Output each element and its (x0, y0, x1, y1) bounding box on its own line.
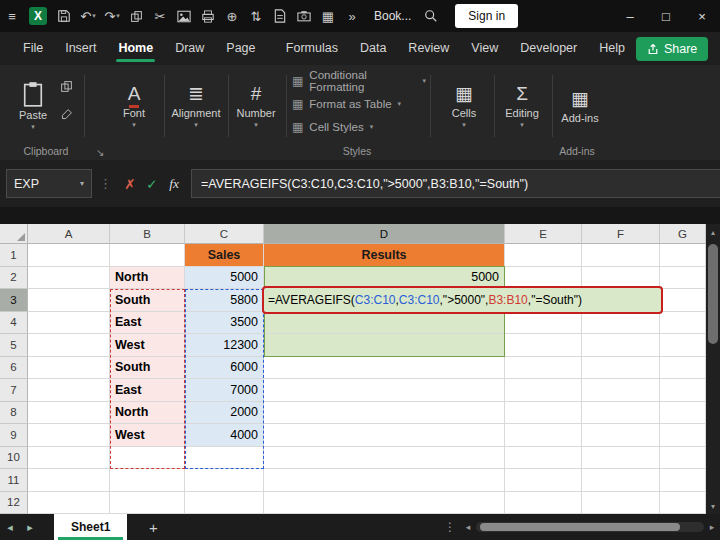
cell-A12[interactable] (28, 492, 110, 515)
horizontal-scroll-track[interactable] (476, 522, 704, 532)
horizontal-scroll-thumb[interactable] (480, 523, 680, 531)
row-header-8[interactable]: 8 (0, 402, 28, 425)
tab-file[interactable]: File (12, 32, 54, 65)
search-icon[interactable] (419, 0, 443, 32)
tab-help[interactable]: Help (588, 32, 636, 65)
insert-function-button[interactable]: fx (163, 176, 185, 192)
editing-group-button[interactable]: Σ Editing ▾ (496, 70, 548, 142)
cell-C9[interactable]: 4000 (185, 424, 264, 447)
cell-B2[interactable]: North (110, 267, 185, 290)
cell-F7[interactable] (582, 379, 660, 402)
name-box[interactable]: EXP ▾ (6, 169, 92, 198)
cell-B11[interactable] (110, 469, 185, 492)
cell-B3[interactable]: South (110, 289, 185, 312)
row-header-9[interactable]: 9 (0, 424, 28, 447)
cell-D7[interactable] (264, 379, 505, 402)
row-header-2[interactable]: 2 (0, 267, 28, 290)
sheet-nav-prev-icon[interactable]: ◂ (0, 514, 20, 540)
column-header-G[interactable]: G (660, 224, 706, 244)
redo-icon[interactable]: ↷▾ (100, 0, 124, 32)
share-button[interactable]: Share (636, 37, 708, 61)
tab-data[interactable]: Data (349, 32, 397, 65)
column-header-C[interactable]: C (185, 224, 264, 244)
close-button[interactable]: × (684, 0, 720, 32)
horizontal-scrollbar[interactable]: ◂ ▸ (460, 514, 720, 540)
cell-F12[interactable] (582, 492, 660, 515)
cell-F4[interactable] (582, 312, 660, 335)
cell-E6[interactable] (505, 357, 582, 380)
tab-home[interactable]: Home (107, 32, 164, 65)
cell-F6[interactable] (582, 357, 660, 380)
cell-styles-button[interactable]: ▦ Cell Styles ▾ (292, 117, 426, 136)
cancel-entry-button[interactable]: ✗ (119, 176, 141, 192)
maximize-button[interactable]: □ (648, 0, 684, 32)
cell-G11[interactable] (660, 469, 706, 492)
cell-G12[interactable] (660, 492, 706, 515)
cell-B6[interactable]: South (110, 357, 185, 380)
column-header-E[interactable]: E (505, 224, 582, 244)
cell-G10[interactable] (660, 447, 706, 470)
cell-G7[interactable] (660, 379, 706, 402)
select-all-corner[interactable] (0, 224, 28, 244)
undo-icon[interactable]: ↶▾ (76, 0, 100, 32)
cell-C8[interactable]: 2000 (185, 402, 264, 425)
sheet-tab-sheet1[interactable]: Sheet1 (54, 514, 127, 540)
cell-A1[interactable] (28, 244, 110, 267)
tab-bar-menu-icon[interactable]: ⋮ (440, 520, 460, 534)
cell-G2[interactable] (660, 267, 706, 290)
number-group-button[interactable]: # Number ▾ (230, 70, 282, 142)
cut-icon[interactable]: ✂ (148, 0, 172, 32)
paste-button[interactable]: Paste ▾ (10, 70, 56, 142)
cell-C7[interactable]: 7000 (185, 379, 264, 402)
cell-A2[interactable] (28, 267, 110, 290)
minimize-button[interactable]: – (612, 0, 648, 32)
save-icon[interactable] (52, 0, 76, 32)
cell-C1[interactable]: Sales (185, 244, 264, 267)
column-header-A[interactable]: A (28, 224, 110, 244)
cell-B12[interactable] (110, 492, 185, 515)
table-icon[interactable]: ▦ (316, 0, 340, 32)
conditional-formatting-button[interactable]: ▦ Conditional Formatting ▾ (292, 71, 426, 90)
cell-G6[interactable] (660, 357, 706, 380)
tab-review[interactable]: Review (397, 32, 460, 65)
sheet-nav-next-icon[interactable]: ▸ (20, 514, 40, 540)
cell-A6[interactable] (28, 357, 110, 380)
tab-formulas[interactable]: Formulas (275, 32, 349, 65)
row-header-1[interactable]: 1 (0, 244, 28, 267)
cell-G5[interactable] (660, 334, 706, 357)
cell-G1[interactable] (660, 244, 706, 267)
copy-icon[interactable] (56, 77, 76, 95)
cell-E5[interactable] (505, 334, 582, 357)
tab-insert[interactable]: Insert (54, 32, 107, 65)
cell-F1[interactable] (582, 244, 660, 267)
cell-F9[interactable] (582, 424, 660, 447)
cell-F10[interactable] (582, 447, 660, 470)
formula-input[interactable]: =AVERAGEIFS(C3:C10,C3:C10,">5000",B3:B10… (191, 169, 720, 198)
menu-icon[interactable]: ≡ (0, 0, 24, 32)
cell-A10[interactable] (28, 447, 110, 470)
cell-D11[interactable] (264, 469, 505, 492)
vertical-scroll-thumb[interactable] (708, 244, 718, 344)
cell-B1[interactable] (110, 244, 185, 267)
cell-D1[interactable]: Results (264, 244, 505, 267)
tab-view[interactable]: View (460, 32, 509, 65)
cell-C10[interactable] (185, 447, 264, 470)
cell-B9[interactable]: West (110, 424, 185, 447)
camera-icon[interactable] (292, 0, 316, 32)
cell-D8[interactable] (264, 402, 505, 425)
scroll-down-icon[interactable]: ▾ (706, 498, 720, 514)
add-sheet-button[interactable]: + (139, 519, 167, 536)
cell-B7[interactable]: East (110, 379, 185, 402)
cell-A5[interactable] (28, 334, 110, 357)
cell-C5[interactable]: 12300 (185, 334, 264, 357)
cell-E4[interactable] (505, 312, 582, 335)
cell-C12[interactable] (185, 492, 264, 515)
alignment-group-button[interactable]: ≣ Alignment ▾ (167, 70, 225, 142)
excel-logo-icon[interactable]: X (29, 7, 47, 25)
cell-B5[interactable]: West (110, 334, 185, 357)
cell-D6[interactable] (264, 357, 505, 380)
print-icon[interactable] (196, 0, 220, 32)
add-ins-button[interactable]: ▦ Add-ins (556, 70, 604, 142)
column-header-D[interactable]: D (264, 224, 505, 244)
tab-page-layout[interactable]: Page Layout (215, 32, 275, 65)
